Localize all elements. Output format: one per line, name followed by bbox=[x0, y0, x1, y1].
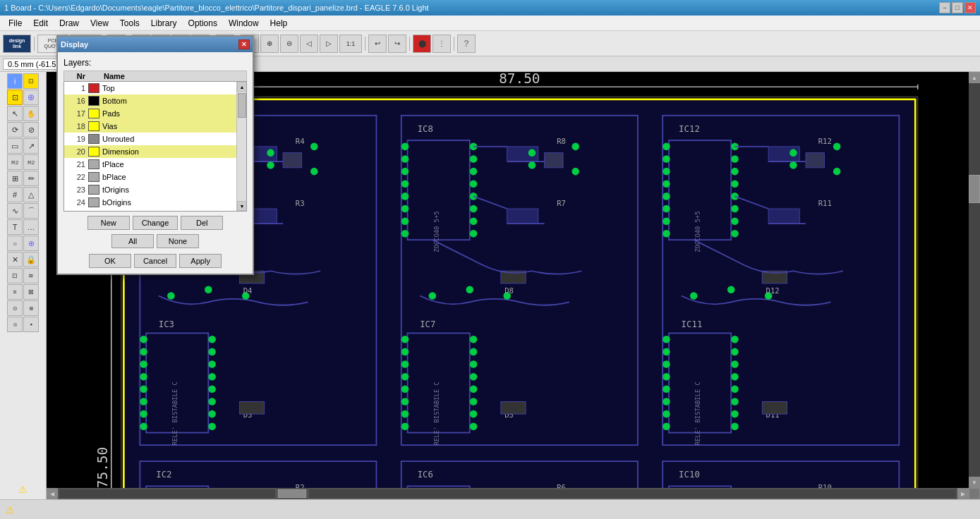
close-button[interactable]: ✕ bbox=[964, 2, 976, 13]
menu-draw[interactable]: Draw bbox=[54, 17, 85, 30]
dialog-body: Layers: Nr Name 1 Top 16 Bottom bbox=[58, 52, 253, 274]
change-button[interactable]: Change bbox=[133, 216, 179, 230]
svg-point-61 bbox=[208, 410, 216, 418]
scroll-down-arrow[interactable]: ▼ bbox=[969, 477, 980, 488]
svg-text:R4: R4 bbox=[296, 137, 305, 145]
layer-row-22[interactable]: 22 bPlace bbox=[64, 171, 236, 183]
layer-row-23[interactable]: 23 tOrigins bbox=[64, 183, 236, 196]
list-scroll-up[interactable]: ▲ bbox=[237, 82, 247, 92]
scroll-thumb[interactable] bbox=[969, 175, 980, 203]
bus-btn[interactable]: ≡ bbox=[7, 284, 23, 300]
list-scroll-down[interactable]: ▼ bbox=[237, 201, 247, 211]
poly-btn[interactable]: △ bbox=[23, 187, 39, 202]
layer-color-1 bbox=[88, 83, 99, 93]
zoom-level-button[interactable]: 1:1 bbox=[339, 35, 362, 53]
rotate-button[interactable]: ⟳ bbox=[7, 122, 23, 138]
redo-button[interactable]: ↪ bbox=[388, 35, 406, 53]
layer-row-17[interactable]: 17 Pads bbox=[64, 107, 236, 120]
bottom-scrollbar[interactable]: ◀ ▶ bbox=[47, 488, 969, 499]
zoom-fit-button[interactable]: ⊕ bbox=[260, 35, 279, 53]
text-btn[interactable]: T bbox=[7, 219, 23, 235]
text-r2-1[interactable]: R2 bbox=[7, 154, 23, 170]
zoom-prev-button[interactable]: ◁ bbox=[300, 35, 318, 53]
via-btn[interactable]: ⊙ bbox=[7, 300, 23, 316]
label-btn[interactable]: ⊠ bbox=[23, 284, 39, 300]
lock-btn[interactable]: 🔒 bbox=[23, 252, 39, 267]
svg-point-128 bbox=[663, 205, 670, 213]
move-button[interactable]: ✋ bbox=[23, 106, 39, 121]
zoom-next-button[interactable]: ▷ bbox=[320, 35, 338, 53]
layer-row-1[interactable]: 1 Top bbox=[64, 82, 236, 94]
none-button[interactable]: None bbox=[157, 234, 199, 248]
svg-point-54 bbox=[140, 422, 147, 430]
mirror-button[interactable]: ⊘ bbox=[23, 122, 39, 138]
undo-button[interactable]: ↩ bbox=[368, 35, 387, 53]
right-scrollbar[interactable]: ▲ ▼ bbox=[969, 72, 980, 488]
menu-tools[interactable]: Tools bbox=[114, 17, 145, 30]
info-button[interactable]: i bbox=[7, 73, 23, 89]
menu-options[interactable]: Options bbox=[183, 17, 223, 30]
delete-btn[interactable]: ✕ bbox=[7, 252, 23, 267]
hash-btn[interactable]: # bbox=[7, 187, 23, 202]
all-button[interactable]: All bbox=[111, 234, 154, 248]
minimize-button[interactable]: − bbox=[939, 2, 950, 13]
apply-button[interactable]: Apply bbox=[179, 254, 222, 268]
menu-window[interactable]: Window bbox=[223, 17, 265, 30]
text-r2-2[interactable]: R2 bbox=[23, 154, 39, 170]
stop-button[interactable]: ⬤ bbox=[413, 35, 431, 53]
scroll-right-arrow[interactable]: ▶ bbox=[957, 488, 969, 499]
route-btn[interactable]: ⊗ bbox=[23, 300, 39, 316]
list-scrollbar[interactable]: ▲ ▼ bbox=[236, 82, 246, 211]
rect-button[interactable]: ▭ bbox=[7, 138, 23, 154]
net-btn[interactable]: ≋ bbox=[23, 268, 39, 283]
help-button[interactable]: ? bbox=[457, 35, 476, 53]
cross-btn[interactable]: ⊕ bbox=[23, 236, 39, 251]
h-scroll-thumb[interactable] bbox=[278, 489, 306, 498]
svg-point-59 bbox=[208, 386, 216, 393]
add-button[interactable]: ⊕ bbox=[23, 90, 39, 105]
grid-btn[interactable]: ⊞ bbox=[7, 171, 23, 186]
ok-button[interactable]: OK bbox=[89, 254, 131, 268]
designlink-button[interactable]: designlink bbox=[3, 35, 31, 53]
zoom-out-button[interactable]: ⊖ bbox=[280, 35, 298, 53]
new-button[interactable]: New bbox=[87, 216, 130, 230]
scroll-corner[interactable] bbox=[969, 488, 980, 499]
svg-text:R12: R12 bbox=[818, 137, 832, 145]
edit-btn[interactable]: ✏ bbox=[23, 171, 39, 186]
svg-rect-32 bbox=[283, 153, 301, 168]
svg-point-102 bbox=[401, 336, 409, 343]
layer-row-18[interactable]: 18 Vias bbox=[64, 120, 236, 133]
layers-list[interactable]: 1 Top 16 Bottom 17 Pads 18 bbox=[64, 82, 246, 211]
wave-btn[interactable]: ∿ bbox=[7, 203, 23, 219]
maximize-button[interactable]: □ bbox=[952, 2, 963, 13]
smd-btn[interactable]: ▪ bbox=[23, 317, 39, 332]
menu-view[interactable]: View bbox=[85, 17, 114, 30]
del-button[interactable]: Del bbox=[181, 216, 223, 230]
layer-row-24[interactable]: 24 bOrigins bbox=[64, 196, 236, 209]
snap-btn[interactable]: ⊡ bbox=[7, 268, 23, 283]
scroll-up-arrow[interactable]: ▲ bbox=[969, 72, 980, 83]
layer-row-21[interactable]: 21 tPlace bbox=[64, 158, 236, 171]
menu-edit[interactable]: Edit bbox=[28, 17, 54, 30]
active-tool[interactable]: ⊡ bbox=[7, 90, 23, 105]
menu-help[interactable]: Help bbox=[265, 17, 294, 30]
layer-row-20[interactable]: 20 Dimension bbox=[64, 145, 236, 158]
list-scroll-thumb[interactable] bbox=[238, 93, 246, 118]
scroll-left-arrow[interactable]: ◀ bbox=[47, 488, 58, 499]
layer-row-19[interactable]: 19 Unrouted bbox=[64, 133, 236, 145]
pad-btn[interactable]: ⌾ bbox=[7, 317, 23, 332]
dot-btn[interactable]: … bbox=[23, 219, 39, 235]
dialog-close-button[interactable]: ✕ bbox=[238, 39, 250, 49]
select-button[interactable]: ↖ bbox=[7, 106, 23, 121]
layer-row-16[interactable]: 16 Bottom bbox=[64, 94, 236, 107]
menu-file[interactable]: File bbox=[3, 17, 28, 30]
cancel-button[interactable]: Cancel bbox=[134, 254, 176, 268]
menu-library[interactable]: Library bbox=[145, 17, 183, 30]
arc-btn[interactable]: ⌒ bbox=[23, 203, 39, 219]
svg-point-162 bbox=[663, 398, 670, 405]
circ-btn[interactable]: ○ bbox=[7, 236, 23, 251]
svg-rect-87 bbox=[545, 153, 563, 168]
corner-button[interactable]: ↗ bbox=[23, 138, 39, 154]
more-button[interactable]: ⋮ bbox=[432, 35, 451, 53]
layer-toggle[interactable]: ⊡ bbox=[23, 73, 39, 89]
